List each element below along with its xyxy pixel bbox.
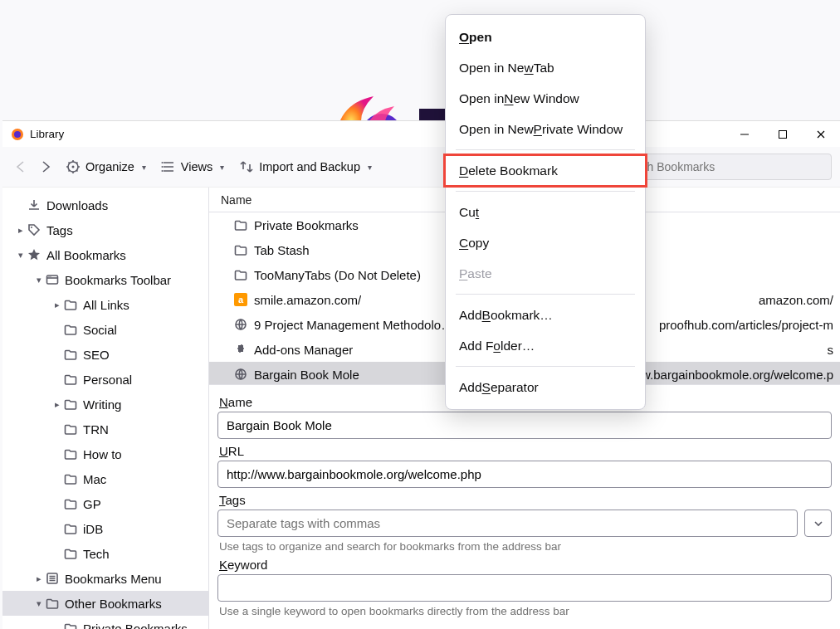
folder-icon (234, 268, 247, 281)
library-toolbar: Organize Views Import and Backup (2, 147, 840, 188)
tree-item-other-bookmarks[interactable]: ▾Other Bookmarks (2, 591, 208, 616)
folder-icon (64, 397, 77, 411)
toolbar-icon (46, 273, 59, 286)
import-backup-menu[interactable]: Import and Backup (234, 156, 377, 178)
amazon-icon: a (234, 293, 247, 306)
tree-item-bookmarks-menu[interactable]: ▸Bookmarks Menu (2, 566, 208, 591)
twisty-icon[interactable]: ▾ (32, 598, 46, 609)
ctx-cut[interactable]: Cut (446, 197, 645, 227)
ctx-add-separator[interactable]: Add Separator (446, 372, 645, 402)
keyword-input[interactable] (217, 574, 832, 602)
svg-rect-5 (779, 130, 787, 138)
tree-item-seo[interactable]: SEO (2, 342, 208, 367)
tree-item-label: Downloads (46, 198, 108, 212)
titlebar: Library (2, 121, 840, 147)
tag-icon (27, 223, 41, 236)
tree-item-all-bookmarks[interactable]: ▾All Bookmarks (2, 242, 208, 267)
ctx-open-in-new-window[interactable]: Open in New Window (446, 83, 645, 114)
tree-item-gp[interactable]: GP (2, 491, 208, 516)
globe-icon (234, 318, 247, 331)
tags-hint: Use tags to organize and search for book… (219, 540, 830, 553)
firefox-app-icon (11, 128, 24, 141)
twisty-icon[interactable]: ▸ (51, 399, 64, 410)
bookmark-name: Bargain Book Mole (254, 368, 359, 382)
tree-item-downloads[interactable]: Downloads (2, 193, 208, 217)
bookmark-location: s (828, 343, 834, 357)
tree-item-mac[interactable]: Mac (2, 466, 208, 491)
minimize-button[interactable] (725, 121, 764, 147)
download-icon (27, 198, 41, 212)
bookmark-name: 9 Project Management Methodolo… (254, 318, 453, 332)
tree-item-tags[interactable]: ▸Tags (2, 217, 208, 242)
twisty-icon[interactable]: ▸ (14, 225, 27, 236)
context-menu-separator (456, 366, 635, 367)
sidebar-tree[interactable]: Downloads▸Tags▾All Bookmarks▾Bookmarks T… (2, 188, 209, 629)
back-button[interactable] (11, 157, 31, 177)
tree-item-label: GP (83, 497, 101, 511)
menu-icon (46, 572, 59, 585)
bookmark-context-menu[interactable]: OpenOpen in New TabOpen in New WindowOpe… (445, 14, 646, 410)
tree-item-label: Bookmarks Toolbar (65, 273, 171, 287)
ctx-open[interactable]: Open (446, 22, 645, 52)
tree-item-all-links[interactable]: ▸All Links (2, 292, 208, 317)
folder-icon (64, 422, 77, 436)
folder-icon (64, 472, 77, 485)
tree-item-bookmarks-toolbar[interactable]: ▾Bookmarks Toolbar (2, 267, 208, 292)
svg-point-14 (48, 276, 49, 277)
tree-item-label: Personal (83, 373, 132, 387)
tags-input[interactable] (217, 510, 798, 537)
folder-icon (234, 243, 247, 256)
details-pane: Name URL Tags Use tags to organize and s… (209, 384, 840, 629)
tree-item-label: Social (83, 323, 117, 337)
close-button[interactable] (802, 121, 840, 147)
ctx-copy[interactable]: Copy (446, 227, 645, 258)
tree-item-trn[interactable]: TRN (2, 417, 208, 441)
folder-icon (64, 447, 77, 461)
keyword-label: Keyword (219, 558, 830, 572)
ctx-add-folder-[interactable]: Add Folder… (446, 330, 645, 361)
twisty-icon[interactable]: ▾ (32, 275, 46, 285)
puzzle-icon (234, 343, 247, 356)
maximize-button[interactable] (764, 121, 802, 147)
tree-item-tech[interactable]: Tech (2, 541, 208, 566)
twisty-icon[interactable]: ▾ (14, 250, 27, 261)
globe-icon (234, 368, 247, 381)
folder-icon (234, 218, 247, 232)
tree-item-personal[interactable]: Personal (2, 367, 208, 392)
url-input[interactable] (217, 461, 832, 488)
views-menu[interactable]: Views (156, 156, 229, 178)
organize-menu[interactable]: Organize (61, 156, 151, 178)
url-label: URL (219, 444, 830, 458)
tags-dropdown-button[interactable] (804, 510, 832, 537)
ctx-open-in-new-private-window[interactable]: Open in New Private Window (446, 114, 645, 144)
svg-point-15 (50, 276, 51, 277)
tree-item-label: Writing (83, 397, 121, 412)
tree-item-idb[interactable]: iDB (2, 516, 208, 541)
folder-icon (46, 597, 59, 610)
tree-item-how-to[interactable]: How to (2, 441, 208, 466)
svg-point-10 (161, 170, 163, 172)
tree-item-label: SEO (83, 348, 110, 362)
twisty-icon[interactable]: ▸ (51, 300, 64, 310)
bookmark-location: proofhub.com/articles/project-m (659, 318, 833, 332)
folder-icon (64, 298, 77, 311)
library-window: Library Organize Views Import and Backup… (2, 120, 840, 629)
name-input[interactable] (217, 412, 832, 439)
forward-button[interactable] (36, 157, 56, 177)
tree-item-writing[interactable]: ▸Writing (2, 392, 208, 417)
views-label: Views (181, 160, 212, 173)
browser-background (0, 0, 840, 120)
ctx-add-bookmark-[interactable]: Add Bookmark… (446, 300, 645, 330)
folder-icon (64, 522, 77, 535)
tree-item-label: Tags (46, 223, 73, 237)
tree-item-social[interactable]: Social (2, 317, 208, 342)
twisty-icon[interactable]: ▸ (32, 573, 46, 584)
ctx-open-in-new-tab[interactable]: Open in New Tab (446, 52, 645, 83)
tree-item-private-bookmarks[interactable]: Private Bookmarks (2, 616, 208, 629)
context-menu-separator (456, 294, 635, 295)
folder-icon (64, 497, 77, 510)
tags-label: Tags (219, 493, 830, 507)
tree-item-label: Other Bookmarks (65, 597, 162, 611)
svg-point-8 (161, 162, 163, 163)
ctx-delete-bookmark[interactable]: Delete Bookmark (445, 155, 646, 186)
